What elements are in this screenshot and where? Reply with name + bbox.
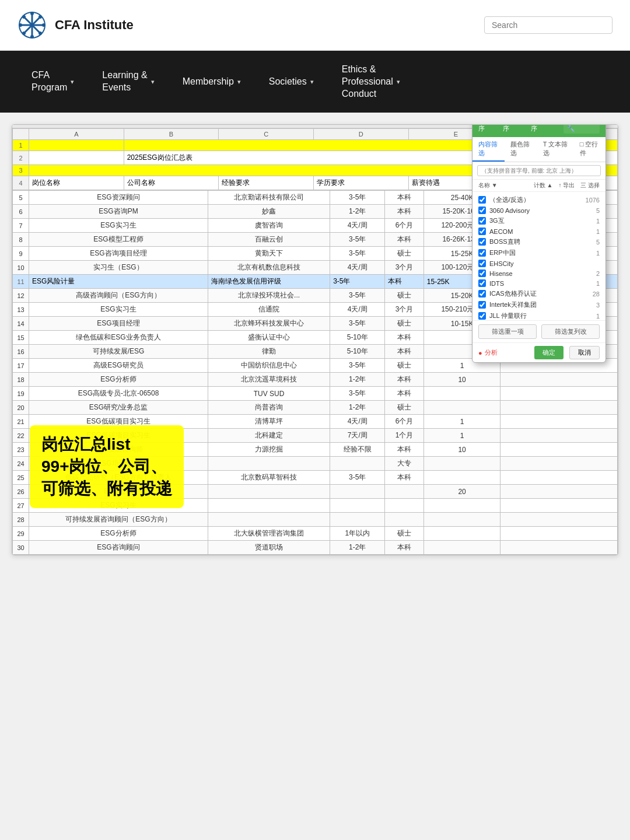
col-company[interactable]: 公司名称 bbox=[124, 176, 219, 190]
filter-list-item[interactable]: IDTS1 bbox=[473, 278, 606, 288]
cell-1[interactable]: 北大纵横管理咨询集团 bbox=[208, 527, 330, 541]
cell-1[interactable]: 黄勤天下 bbox=[208, 247, 330, 261]
cell-3[interactable]: 本科 bbox=[385, 443, 424, 457]
cell-1[interactable] bbox=[208, 499, 330, 513]
cell-1[interactable]: 中国纺织信息中心 bbox=[208, 359, 330, 373]
cell-3[interactable]: 6个月 bbox=[385, 415, 424, 429]
apply-filter-btn[interactable]: 筛选复列改 bbox=[541, 324, 600, 339]
filter-checkbox[interactable] bbox=[478, 279, 486, 287]
cell-1[interactable]: 北京数码草智科技 bbox=[208, 471, 330, 485]
cell-2[interactable] bbox=[330, 499, 385, 513]
filter-list-item[interactable]: ICAS危格乔认证28 bbox=[473, 288, 606, 299]
col-experience[interactable]: 经验要求 bbox=[219, 176, 314, 190]
cell-3[interactable]: 本科 bbox=[385, 275, 424, 289]
cell-0[interactable]: ESG分析师 bbox=[29, 527, 208, 541]
cell-2[interactable]: 4天/周 bbox=[330, 303, 385, 317]
cell-2[interactable]: 7天/周 bbox=[330, 429, 385, 443]
filter-list-item[interactable]: AECOM1 bbox=[473, 226, 606, 236]
cell-1[interactable]: 北京沈遥草境科技 bbox=[208, 373, 330, 387]
cell-5[interactable] bbox=[501, 373, 618, 387]
cell-3[interactable]: 大专 bbox=[385, 457, 424, 471]
cell-1[interactable]: 海南绿色发展信用评级 bbox=[208, 275, 330, 289]
cell-2[interactable]: 1-2年 bbox=[330, 401, 385, 415]
nav-item-ethics[interactable]: Ethics &ProfessionalConduct ▾ bbox=[328, 51, 414, 113]
filter-checkbox[interactable] bbox=[478, 301, 486, 309]
cell-2[interactable]: 3-5年 bbox=[330, 471, 385, 485]
cell-3[interactable]: 硕士 bbox=[385, 247, 424, 261]
cell-4[interactable]: 1 bbox=[424, 415, 500, 429]
cell-3[interactable]: 3个月 bbox=[385, 261, 424, 275]
cell-0[interactable]: 实习生（ESG） bbox=[29, 261, 208, 275]
color-sort[interactable]: :: 颜色排序 bbox=[531, 124, 556, 133]
cell-3[interactable] bbox=[385, 513, 424, 527]
cell-2[interactable]: 1-2年 bbox=[330, 373, 385, 387]
cell-0[interactable]: ESG研究/业务总监 bbox=[29, 401, 208, 415]
cell-2[interactable]: 3-5年 bbox=[330, 233, 385, 247]
cell-3[interactable]: 本科 bbox=[385, 331, 424, 345]
cell-1[interactable]: 北京蜂环科技发展中心 bbox=[208, 317, 330, 331]
nav-item-cfa-program[interactable]: CFAProgram ▾ bbox=[18, 51, 88, 113]
search-input[interactable] bbox=[484, 16, 612, 34]
col-header-c[interactable]: C bbox=[219, 129, 314, 140]
cell-1[interactable]: 百融云创 bbox=[208, 233, 330, 247]
cell-2[interactable]: 1-2年 bbox=[330, 541, 385, 555]
cell-2[interactable]: 4天/周 bbox=[330, 415, 385, 429]
cell-1[interactable]: 律勤 bbox=[208, 345, 330, 359]
clear-filter-btn[interactable]: 筛选重一项 bbox=[478, 324, 537, 339]
cell-2[interactable]: 经验不限 bbox=[330, 443, 385, 457]
cell-0[interactable]: ESG咨询顾问 bbox=[29, 541, 208, 555]
cell-0[interactable]: ESG风险计量 bbox=[29, 275, 208, 289]
cell-1[interactable]: 贤道职场 bbox=[208, 541, 330, 555]
filter-list-item[interactable]: JLL 仲量联行1 bbox=[473, 310, 606, 320]
cell-0[interactable]: ESG咨询PM bbox=[29, 205, 208, 219]
cell-0[interactable]: ESG项目经理 bbox=[29, 317, 208, 331]
cell-2[interactable]: 3-5年 bbox=[330, 289, 385, 303]
tab-text-filter[interactable]: T 文本筛选 bbox=[537, 137, 574, 162]
nav-item-societies[interactable]: Societies ▾ bbox=[255, 51, 328, 113]
cell-3[interactable]: 本科 bbox=[385, 191, 424, 205]
cell-1[interactable]: 妙鑫 bbox=[208, 205, 330, 219]
filter-checkbox[interactable] bbox=[478, 260, 486, 267]
cell-1[interactable] bbox=[208, 513, 330, 527]
cell-0[interactable]: 高级咨询顾问（ESG方向） bbox=[29, 289, 208, 303]
col-header-b[interactable]: B bbox=[124, 129, 219, 140]
cell-5[interactable] bbox=[501, 443, 618, 457]
cell-5[interactable] bbox=[501, 513, 618, 527]
filter-checkbox[interactable] bbox=[478, 312, 486, 320]
cell-3[interactable]: 本科 bbox=[385, 373, 424, 387]
cancel-btn[interactable]: 取消 bbox=[569, 346, 600, 359]
filter-checkbox[interactable] bbox=[478, 270, 486, 277]
cell-4[interactable] bbox=[424, 541, 500, 555]
cell-1[interactable]: TUV SUD bbox=[208, 387, 330, 401]
cell-1[interactable]: 尚普咨询 bbox=[208, 401, 330, 415]
cell-3[interactable] bbox=[385, 485, 424, 499]
cell-4[interactable] bbox=[424, 387, 500, 401]
cell-4[interactable] bbox=[424, 499, 500, 513]
cell-0[interactable]: ESG实习生 bbox=[29, 303, 208, 317]
cell-3[interactable] bbox=[385, 499, 424, 513]
cell-3[interactable]: 本科 bbox=[385, 205, 424, 219]
cell-2[interactable]: 3-5年 bbox=[330, 275, 385, 289]
cell-5[interactable] bbox=[501, 415, 618, 429]
cell-4[interactable]: 10 bbox=[424, 373, 500, 387]
cell-4[interactable]: 1 bbox=[424, 429, 500, 443]
cell-0[interactable]: ESG分析师 bbox=[29, 373, 208, 387]
count-sort-label[interactable]: 计数 ▲ bbox=[534, 181, 553, 190]
cell-1[interactable] bbox=[208, 485, 330, 499]
cell-3[interactable]: 3个月 bbox=[385, 303, 424, 317]
select-all-label[interactable]: 三 选择 bbox=[580, 181, 600, 190]
sort-asc-desc[interactable]: ↑↓ 排序 bbox=[478, 124, 496, 133]
cell-0[interactable]: ESG资深顾问 bbox=[29, 191, 208, 205]
cell-0[interactable]: ESG实习生 bbox=[29, 219, 208, 233]
cell-2[interactable]: 1-2年 bbox=[330, 205, 385, 219]
cell-5[interactable] bbox=[501, 527, 618, 541]
filter-checkbox[interactable] bbox=[478, 206, 486, 214]
filter-list-item[interactable]: 3060 Advisory5 bbox=[473, 205, 606, 215]
cell-2[interactable] bbox=[330, 485, 385, 499]
cell-2[interactable]: 4天/周 bbox=[330, 219, 385, 233]
cell-2[interactable] bbox=[330, 513, 385, 527]
cell-2[interactable] bbox=[330, 457, 385, 471]
cell-2[interactable]: 4天/周 bbox=[330, 261, 385, 275]
cell-3[interactable]: 本科 bbox=[385, 541, 424, 555]
cell-2[interactable]: 3-5年 bbox=[330, 191, 385, 205]
